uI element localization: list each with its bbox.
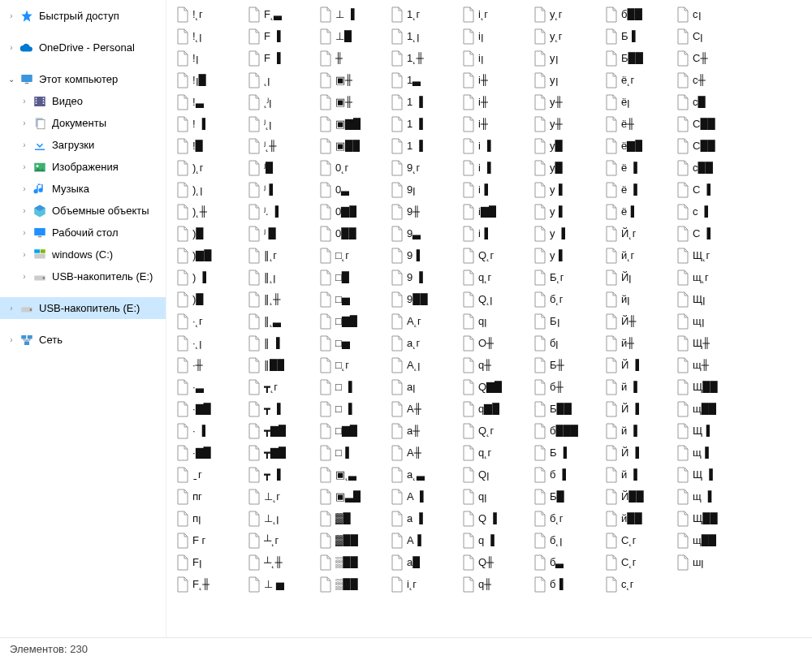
file-item[interactable]: ᴶ █ [246,222,317,244]
file-item[interactable]: )˛ꞁ [175,179,246,201]
tree-item-usb-e-2[interactable]: › USB-накопитель (E:) [0,297,166,319]
file-item[interactable]: 1▃ [389,69,460,91]
file-item[interactable]: y▐ [532,179,603,201]
file-item[interactable]: Щ██ [675,376,746,398]
file-item[interactable]: С██ [675,113,746,135]
file-item[interactable]: q ▐ [460,529,532,551]
file-item[interactable]: ▓█ [317,507,389,529]
file-item[interactable]: yꞁ [532,47,603,69]
file-item[interactable]: Q˛ꞁ [460,288,532,310]
file-item[interactable]: бꞁ [532,332,603,354]
file-item[interactable]: Qꞁ [460,464,532,485]
file-item[interactable]: 9██ [389,288,460,310]
chevron-right-icon[interactable]: › [18,161,31,174]
file-item[interactable]: щ▐ [675,442,746,464]
file-item[interactable]: q╫ [460,573,532,595]
file-item[interactable]: )█ [175,288,246,310]
file-item[interactable]: ‖˛ꞁ [246,266,317,288]
file-item[interactable]: F ▐ [246,25,317,47]
file-item[interactable]: й╫ [603,332,675,354]
tree-item-this-pc[interactable]: ⌄ Этот компьютер [0,68,166,90]
file-item[interactable]: ёꞁ [603,91,675,113]
file-item[interactable]: ▣▃█ [317,485,389,507]
file-item[interactable]: й ▐ [603,464,675,485]
file-item[interactable]: ᴶ█ [246,157,317,179]
file-item[interactable]: □ ▐ [317,398,389,420]
file-item[interactable]: Йꞁ [603,266,675,288]
file-item[interactable]: 0▃ [317,179,389,201]
file-item[interactable]: ┳ ▐ [246,398,317,420]
file-item[interactable]: С˛г [603,551,675,573]
file-item[interactable]: ᴶ˛╫ [246,135,317,157]
file-item[interactable]: Й ▐ [603,442,675,464]
tree-item-downloads[interactable]: › Загрузки [0,134,166,156]
file-item[interactable]: б˛г [532,288,603,310]
file-item[interactable]: )˛г [175,157,246,179]
file-item[interactable]: 9˛г [389,157,460,179]
file-item[interactable]: 1 ▐ [389,135,460,157]
chevron-right-icon[interactable]: › [5,334,18,347]
file-item[interactable]: c˛г [603,573,675,595]
file-item[interactable]: !ꞁ█ [175,69,246,91]
file-item[interactable]: ·╫ [175,354,246,376]
file-item[interactable]: q╫ [460,354,532,376]
file-item[interactable]: C˛г [603,529,675,551]
file-item[interactable]: c╫ [675,69,746,91]
file-item[interactable]: O╫ [460,332,532,354]
file-item[interactable]: !˛г [175,3,246,25]
file-item[interactable]: ┳˛г [246,376,317,398]
file-item[interactable]: iꞁ [460,25,532,47]
file-item[interactable]: c██ [675,157,746,179]
file-item[interactable]: □˛г [317,354,389,376]
file-item[interactable]: ▣██ [317,135,389,157]
file-item[interactable]: і╫ [460,113,532,135]
file-item[interactable]: й ▐ [603,376,675,398]
file-item[interactable]: ё╫ [603,113,675,135]
file-item[interactable]: Й˛г [603,222,675,244]
file-item[interactable]: у╫ [532,113,603,135]
file-item[interactable]: ┴˛╫ [246,551,317,573]
file-item[interactable]: ) ▐ [175,266,246,288]
file-item[interactable]: ! ▐ [175,113,246,135]
file-item[interactable]: Й ▐ [603,354,675,376]
file-item[interactable]: ▓██ [317,529,389,551]
file-item[interactable]: q˛г [460,442,532,464]
file-item[interactable]: ┳▇█ [246,420,317,442]
file-item[interactable]: A˛ꞁ [389,354,460,376]
file-item[interactable]: у█ [532,157,603,179]
file-item[interactable]: y╫ [532,91,603,113]
chevron-right-icon[interactable]: › [5,41,18,54]
file-item[interactable]: 1˛ꞁ [389,25,460,47]
file-item[interactable]: Б█ [532,485,603,507]
file-item[interactable]: Бꞁ [532,310,603,332]
file-item[interactable]: й˛г [603,244,675,266]
file-item[interactable]: Щ╫ [675,332,746,354]
file-item[interactable]: ┳▇█ [246,442,317,464]
file-item[interactable]: a ▐ [389,507,460,529]
chevron-right-icon[interactable]: › [18,117,31,130]
file-item[interactable]: 9 ▐ [389,266,460,288]
file-item[interactable]: a╫ [389,420,460,442]
file-item[interactable]: Б██ [532,398,603,420]
tree-item-pictures[interactable]: › Изображения [0,156,166,178]
file-item[interactable]: i╫ [460,91,532,113]
file-item[interactable]: 9╫ [389,201,460,222]
file-item[interactable]: б██ [603,3,675,25]
file-item[interactable]: □▅ [317,288,389,310]
tree-item-onedrive[interactable]: › OneDrive - Personal [0,37,166,58]
file-item[interactable]: ·▇█ [175,442,246,464]
file-item[interactable]: С ▐ [675,179,746,201]
file-item[interactable]: Щ˛г [675,244,746,266]
file-item[interactable]: у▐ [532,201,603,222]
file-item[interactable]: F˛▃ [246,3,317,25]
file-item[interactable]: 0██ [317,222,389,244]
file-item[interactable]: ⊥˛ꞁ [246,507,317,529]
file-item[interactable]: □ ▐ [317,376,389,398]
file-item[interactable]: с█ [675,91,746,113]
file-item[interactable]: □˛г [317,244,389,266]
file-item[interactable]: Щꞁ [675,288,746,310]
file-item[interactable]: q˛г [460,266,532,288]
file-item[interactable]: ‖██ [246,354,317,376]
file-item[interactable]: □▇█ [317,420,389,442]
file-item[interactable]: cꞁ [675,3,746,25]
